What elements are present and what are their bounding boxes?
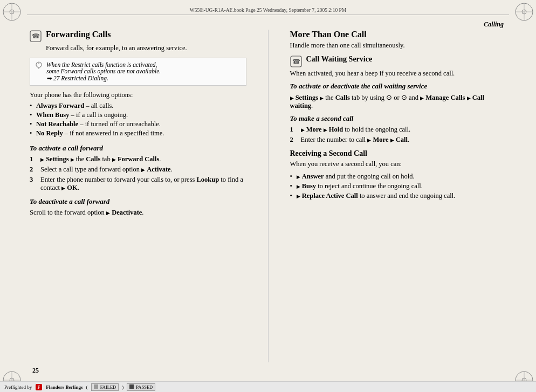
list-item: Replace Active Call to answer and end th…	[290, 192, 507, 200]
corner-decoration-tr	[514, 2, 534, 22]
options-list: Always Forward – all calls. When Busy – …	[30, 102, 246, 137]
corner-decoration-tl	[2, 2, 22, 22]
list-item: Busy to reject and continue the ongoing …	[290, 182, 507, 190]
file-bar: W550i-UG-R1A-AE.book Page 25 Wednesday, …	[27, 8, 509, 15]
options-intro: Your phone has the following options:	[30, 91, 246, 99]
cws-title: Call Waiting Service	[306, 55, 373, 64]
receiving-options-list: Answer and put the ongoing call on hold.…	[290, 173, 507, 200]
preflight-passed-badge: PASSED	[127, 383, 155, 391]
list-item: 2 Select a call type and forward option …	[30, 166, 246, 174]
forwarding-calls-subtitle: Forward calls, for example, to an answer…	[46, 44, 246, 52]
list-item: 2 Enter the number to call More Call.	[290, 136, 507, 144]
deactivate-forward-text: Scroll to the forward option Deactivate.	[30, 209, 246, 217]
preflight-logo-text: Flanders Berlings	[46, 384, 83, 390]
list-item: 3 Enter the phone number to forward your…	[30, 176, 246, 192]
left-column: ☎ Forwarding Calls Forward calls, for ex…	[30, 30, 252, 362]
list-item: When Busy – if a call is ongoing.	[30, 111, 246, 119]
file-bar-text: W550i-UG-R1A-AE.book Page 25 Wednesday, …	[190, 8, 347, 13]
preflight-label: Preflighted by	[4, 384, 32, 390]
more-than-one-call-title: More Than One Call	[290, 30, 367, 39]
svg-text:F: F	[38, 385, 40, 390]
right-column: More Than One Call Handle more than one …	[285, 30, 507, 362]
main-content: ☎ Forwarding Calls Forward calls, for ex…	[30, 30, 506, 362]
page-header-right: Calling	[484, 20, 504, 29]
page: W550i-UG-R1A-AE.book Page 25 Wednesday, …	[0, 0, 536, 392]
activate-cws-text: Settings the Calls tab by using ⊙ or ⊙ a…	[290, 93, 507, 110]
list-item: Answer and put the ongoing call on hold.	[290, 173, 507, 181]
forwarding-calls-title: Forwarding Calls	[46, 30, 111, 39]
cws-heading-row: ☎ Call Waiting Service	[290, 55, 507, 67]
svg-text:☎: ☎	[32, 32, 40, 40]
svg-point-20	[38, 63, 39, 64]
activate-cws-title: To activate or deactivate the call waiti…	[290, 82, 507, 91]
forwarding-calls-icon: ☎	[30, 30, 42, 42]
more-than-one-call-heading-row: More Than One Call	[290, 30, 507, 39]
svg-text:☎: ☎	[292, 58, 300, 65]
preflight-logo-icon: F	[35, 383, 43, 391]
list-item: Not Reachable – if turned off or unreach…	[30, 120, 246, 128]
info-bulb-icon	[35, 61, 43, 72]
column-divider	[268, 30, 269, 362]
preflight-bar: Preflighted by F Flanders Berlings ( FAI…	[0, 381, 536, 392]
list-item: 1 Settings the Calls tab Forward Calls.	[30, 155, 246, 163]
cws-icon: ☎	[290, 56, 302, 67]
receiving-title: Receiving a Second Call	[290, 149, 507, 158]
list-item: Always Forward – all calls.	[30, 102, 246, 110]
second-call-steps: 1 More Hold to hold the ongoing call. 2 …	[290, 126, 507, 144]
preflight-failed-badge: FAILED	[91, 383, 119, 391]
activate-forward-steps: 1 Settings the Calls tab Forward Calls. …	[30, 155, 246, 192]
deactivate-forward-title: To deactivate a call forward	[30, 197, 246, 206]
forwarding-calls-heading-row: ☎ Forwarding Calls	[30, 30, 246, 42]
info-box: When the Restrict calls function is acti…	[30, 58, 246, 86]
passed-checkbox-icon	[129, 384, 134, 389]
more-than-one-call-subtitle: Handle more than one call simultaneously…	[290, 42, 507, 50]
list-item: 1 More Hold to hold the ongoing call.	[290, 126, 507, 134]
page-number: 25	[32, 367, 39, 375]
second-call-title: To make a second call	[290, 114, 507, 123]
list-item: No Reply – if not answered in a specifie…	[30, 129, 246, 137]
receiving-text: When you receive a second call, you can:	[290, 160, 507, 168]
info-box-text: When the Restrict calls function is acti…	[46, 61, 161, 82]
activate-forward-title: To activate a call forward	[30, 144, 246, 153]
failed-checkbox-icon	[94, 384, 98, 389]
cws-text: When activated, you hear a beep if you r…	[290, 70, 507, 78]
